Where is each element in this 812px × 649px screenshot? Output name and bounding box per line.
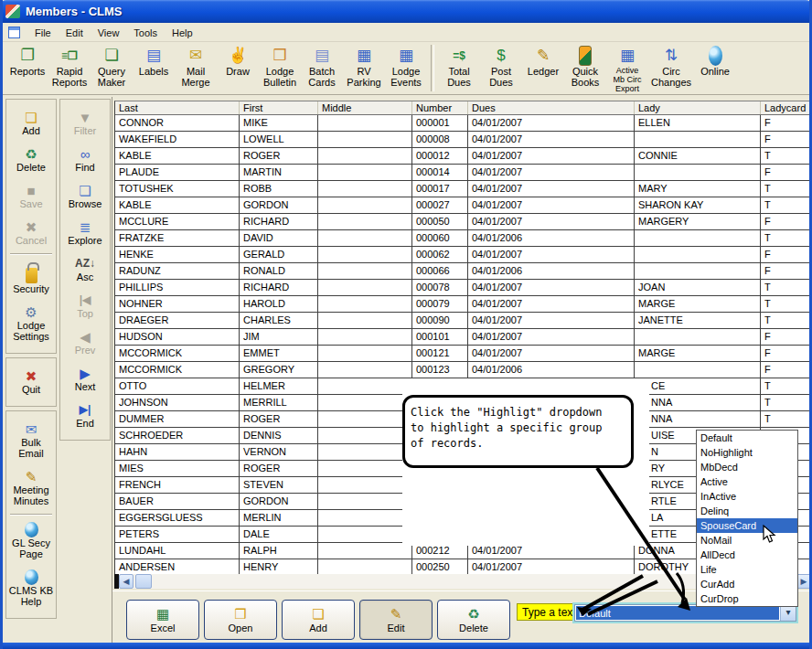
table-row[interactable]: KABLEGORDON00002704/01/2007SHARON KAYT <box>115 197 811 214</box>
toolbar-button-rv-parking[interactable]: ▦RVParking <box>343 44 385 92</box>
cell-last: MCCLURE <box>115 214 240 229</box>
open-button[interactable]: ❒Open <box>204 600 277 640</box>
toolbar-button-label: RVParking <box>347 66 380 88</box>
sidebar-item-explore[interactable]: ≣Explore <box>60 215 110 251</box>
toolbar-button-draw[interactable]: ✌Draw <box>217 44 259 92</box>
table-row[interactable]: MCCORMICKGREGORY00012304/01/2006F <box>115 362 811 378</box>
toolbar-button-total-dues[interactable]: =$TotalDues <box>438 44 480 92</box>
sidebar-item-find[interactable]: ∞Find <box>60 142 110 178</box>
table-row[interactable]: TOTUSHEKROBB00001704/01/2007MARYT <box>115 181 811 197</box>
table-row[interactable]: PLAUDEMARTIN00001404/01/2007F <box>115 165 811 181</box>
sidebar-item-browse[interactable]: ❏Browse <box>60 178 110 215</box>
column-header-lady[interactable]: Lady <box>635 101 761 114</box>
toolbar-button-lodge-bulletin[interactable]: ❒LodgeBulletin <box>259 44 301 92</box>
sidebar-item-meeting-minutes[interactable]: ✎MeetingMinutes <box>6 464 56 512</box>
popup-option-life[interactable]: Life <box>697 562 797 577</box>
toolbar-button-ledger[interactable]: ✎Ledger <box>522 44 564 92</box>
title-bar[interactable]: Members - CLMS <box>0 0 812 23</box>
scroll-left-button[interactable]: ◀ <box>119 574 134 589</box>
toolbar-button-online[interactable]: Online <box>694 44 736 92</box>
table-row[interactable]: NOHNERHAROLD00007904/01/2007MARGET <box>115 296 811 313</box>
table-row[interactable]: KABLEROGER00001204/01/2007CONNIET <box>115 148 811 165</box>
toolbar-button-label: LodgeEvents <box>390 66 422 88</box>
popup-option-curadd[interactable]: CurAdd <box>697 577 797 591</box>
column-header-middle[interactable]: Middle <box>318 101 412 114</box>
toolbar-button-quick-books[interactable]: QuickBooks <box>564 44 606 92</box>
table-row[interactable]: MCCORMICKEMMET00012104/01/2007MARGEF <box>115 346 811 362</box>
excel-button[interactable]: ▦Excel <box>126 600 199 640</box>
sidebar-item-label: MeetingMinutes <box>13 484 48 506</box>
popup-option-default[interactable]: Default <box>697 431 797 445</box>
toolbar-button-label: ActiveMb CircExport <box>614 66 642 93</box>
popup-option-nohighlight[interactable]: NoHighlight <box>697 445 797 460</box>
menu-help[interactable]: Help <box>165 25 200 41</box>
toolbar-button-post-dues[interactable]: $PostDues <box>480 44 522 92</box>
sidebar-item-bulk-email[interactable]: ✉BulkEmail <box>6 417 56 464</box>
sidebar-item-lodge-settings[interactable]: ⚙LodgeSettings <box>6 300 56 347</box>
popup-option-active[interactable]: Active <box>697 474 797 489</box>
table-row[interactable]: MCCLURERICHARD00005004/01/2007MARGERYF <box>115 214 811 230</box>
edit-button[interactable]: ✎Edit <box>359 600 433 640</box>
cell-last: DUMMER <box>115 411 240 427</box>
toolbar-button-rapid-reports[interactable]: ≡❐RapidReports <box>48 44 91 92</box>
toolbar-button-circ-changes[interactable]: ⇅CircChanges <box>648 44 694 92</box>
cell-middle <box>318 313 412 328</box>
sidebar-item-label: Quit <box>22 384 40 395</box>
sidebar-item-gl-secy-page[interactable]: GL SecyPage <box>6 517 56 565</box>
popup-option-delinq[interactable]: Delinq <box>697 504 797 518</box>
circ-changes-icon: ⇅ <box>665 46 678 66</box>
chevron-down-icon[interactable]: ▾ <box>780 605 796 621</box>
table-row[interactable]: CONNORMIKE00000104/01/2007ELLENF <box>115 115 811 132</box>
add-button[interactable]: ❏Add <box>282 600 355 640</box>
sidebar-item-asc[interactable]: AZ↓Asc <box>60 251 110 288</box>
toolbar-button-batch-cards[interactable]: ▤BatchCards <box>301 44 343 92</box>
menu-tools[interactable]: Tools <box>126 25 165 41</box>
toolbar-button-mail-merge[interactable]: ✉MailMerge <box>175 44 217 92</box>
popup-option-mbdecd[interactable]: MbDecd <box>697 460 797 474</box>
open-folder-icon: ❒ <box>234 606 246 622</box>
cell-number: 000062 <box>412 247 468 262</box>
table-row[interactable]: PHILLIPSRICHARD00007804/01/2007JOANT <box>115 280 811 296</box>
table-row[interactable]: FRATZKEDAVID00006004/01/2006T <box>115 230 811 247</box>
sidebar-item-add[interactable]: ❏Add <box>6 105 56 142</box>
toolbar-button-reports[interactable]: ❐Reports <box>6 44 48 92</box>
column-header-dues[interactable]: Dues <box>468 101 635 114</box>
toolbar-button-labels[interactable]: ▤Labels <box>133 44 175 92</box>
sidebar-item-clms-kb-help[interactable]: CLMS KBHelp <box>6 565 56 612</box>
cell-middle <box>318 230 412 246</box>
table-row[interactable]: WAKEFIELDLOWELL00000804/01/2007F <box>115 132 811 148</box>
sidebar-item-end[interactable]: ▶|End <box>60 398 110 434</box>
popup-option-inactive[interactable]: InActive <box>697 489 797 504</box>
column-header-first[interactable]: First <box>240 101 318 114</box>
delete-button[interactable]: ♻Delete <box>437 600 510 640</box>
popup-option-curdrop[interactable]: CurDrop <box>697 591 797 606</box>
sidebar-item-quit[interactable]: ✖Quit <box>6 364 56 400</box>
column-header-number[interactable]: Number <box>412 101 468 114</box>
cell-dues: 04/01/2006 <box>468 362 635 378</box>
popup-option-spousecard[interactable]: SpouseCard <box>697 518 797 533</box>
reports-icon: ❐ <box>20 46 34 66</box>
column-header-last[interactable]: Last <box>115 101 240 114</box>
column-header-ladycard[interactable]: Ladycard <box>761 101 812 114</box>
toolbar-button-query-maker[interactable]: ❏QueryMaker <box>91 44 133 92</box>
sidebar-item-next[interactable]: ▶Next <box>60 361 110 398</box>
table-row[interactable]: HUDSONJIM00010104/01/2007F <box>115 329 811 346</box>
popup-option-nomail[interactable]: NoMail <box>697 533 797 548</box>
popup-option-alldecd[interactable]: AllDecd <box>697 548 797 562</box>
toolbar-button-lodge-events[interactable]: ▦LodgeEvents <box>385 44 427 92</box>
menu-edit[interactable]: Edit <box>59 25 91 41</box>
table-row[interactable]: HENKEGERALD00006204/01/2007F <box>115 247 811 263</box>
sidebar-item-label: Prev <box>75 345 96 356</box>
table-row[interactable]: DRAEGERCHARLES00009004/01/2007JANETTET <box>115 313 811 329</box>
total-dues-icon: =$ <box>453 46 465 66</box>
table-row[interactable]: RADUNZRONALD00006604/01/2006F <box>115 263 811 280</box>
sidebar-item-security[interactable]: Security <box>6 257 56 300</box>
cell-number: 000012 <box>412 148 468 164</box>
scroll-right-button[interactable]: ▶ <box>796 574 811 589</box>
scrollbar-thumb[interactable] <box>135 574 152 589</box>
menu-view[interactable]: View <box>91 25 127 41</box>
cell-dues: 04/01/2007 <box>468 197 635 213</box>
menu-file[interactable]: File <box>27 25 59 41</box>
sidebar-item-delete[interactable]: ♻Delete <box>6 142 56 178</box>
toolbar-button-active-mb-circ-export[interactable]: ▦ActiveMb CircExport <box>606 44 648 92</box>
